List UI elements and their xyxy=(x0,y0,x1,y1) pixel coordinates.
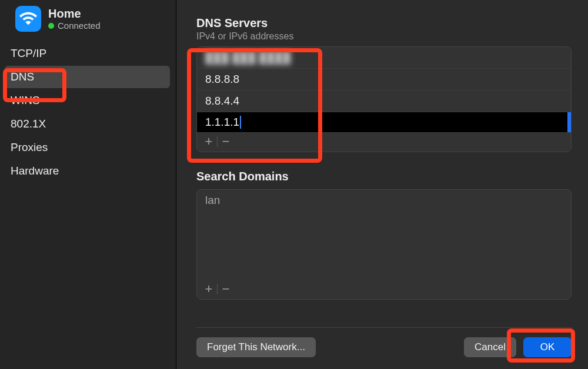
cancel-button[interactable]: Cancel xyxy=(464,337,516,357)
sidebar-item-8021x[interactable]: 802.1X xyxy=(5,113,170,135)
sidebar-item-dns[interactable]: DNS xyxy=(5,66,170,88)
search-domain-row[interactable]: lan xyxy=(197,190,571,211)
ok-button[interactable]: OK xyxy=(523,337,572,357)
dns-server-row[interactable]: 8.8.4.4 xyxy=(197,90,571,112)
sidebar-item-tcpip[interactable]: TCP/IP xyxy=(5,42,170,65)
remove-search-domain-button[interactable]: − xyxy=(218,281,234,297)
network-header: Home Connected xyxy=(0,4,176,39)
add-dns-server-button[interactable]: + xyxy=(201,134,217,149)
dns-server-input-value[interactable]: 1.1.1.1 xyxy=(205,116,239,129)
sidebar-item-wins[interactable]: WINS xyxy=(5,89,170,112)
network-sidebar: Home Connected TCP/IP DNS WINS 802.1X Pr… xyxy=(0,0,176,369)
add-search-domain-button[interactable]: + xyxy=(201,281,217,297)
dns-server-row[interactable]: ███ ███ ████ xyxy=(197,47,571,69)
status-dot-icon xyxy=(48,23,54,29)
sidebar-item-hardware[interactable]: Hardware xyxy=(5,160,170,182)
network-status: Connected xyxy=(48,21,101,31)
dns-server-row[interactable]: 8.8.8.8 xyxy=(197,69,571,90)
dns-servers-subtitle: IPv4 or IPv6 addresses xyxy=(196,31,572,42)
dns-servers-list[interactable]: ███ ███ ████ 8.8.8.8 8.8.4.4 1.1.1.1 + − xyxy=(196,46,572,152)
network-name: Home xyxy=(48,7,101,21)
remove-dns-server-button[interactable]: − xyxy=(218,134,234,149)
search-domains-title: Search Domains xyxy=(196,170,572,183)
settings-tabs: TCP/IP DNS WINS 802.1X Proxies Hardware xyxy=(0,39,176,182)
search-domains-list[interactable]: lan + − xyxy=(196,189,572,300)
dns-servers-title: DNS Servers xyxy=(196,16,572,30)
network-status-text: Connected xyxy=(58,21,101,31)
action-bar: Forget This Network... Cancel OK xyxy=(196,327,572,369)
search-domains-section: Search Domains lan + − xyxy=(196,170,572,300)
dns-servers-section: DNS Servers IPv4 or IPv6 addresses ███ █… xyxy=(196,16,572,152)
sidebar-item-proxies[interactable]: Proxies xyxy=(5,136,170,159)
wifi-icon xyxy=(15,6,41,32)
dns-settings-pane: DNS Servers IPv4 or IPv6 addresses ███ █… xyxy=(176,0,588,369)
search-domains-footer: + − xyxy=(197,280,571,299)
text-caret-icon xyxy=(240,116,241,129)
dns-server-row-editing[interactable]: 1.1.1.1 xyxy=(197,112,571,133)
forget-network-button[interactable]: Forget This Network... xyxy=(196,337,316,357)
dns-list-footer: + − xyxy=(197,133,571,152)
